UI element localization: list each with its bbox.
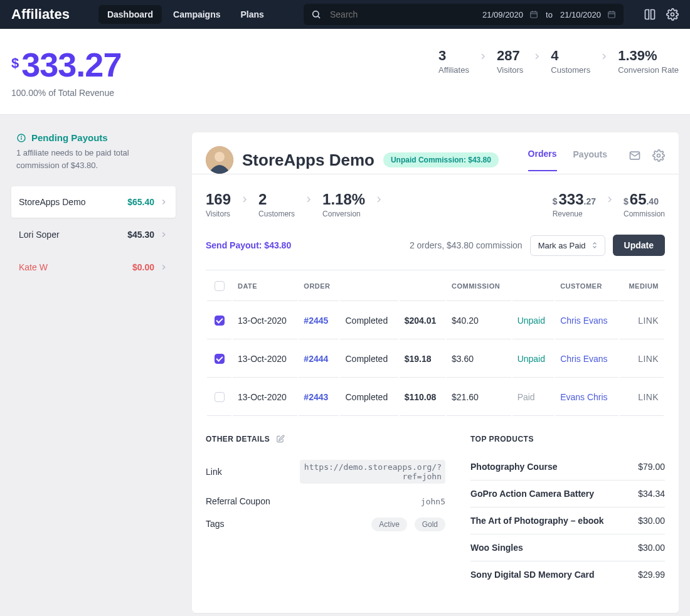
- select-all-checkbox[interactable]: [215, 281, 225, 291]
- tab-orders[interactable]: Orders: [528, 149, 557, 171]
- svg-line-1: [318, 16, 320, 18]
- stat-visitors-value: 287: [497, 48, 523, 64]
- table-row: 13-Oct-2020#2445Completed$204.01$40.20Un…: [207, 302, 664, 339]
- table-row: 13-Oct-2020#2444Completed$19.18$3.60Unpa…: [207, 341, 664, 378]
- payment-status: Paid: [518, 392, 535, 402]
- col-medium: MEDIUM: [620, 272, 664, 301]
- update-button[interactable]: Update: [613, 235, 665, 256]
- topbar: Affiliates Dashboard Campaigns Plans 21/…: [0, 0, 690, 29]
- chevron-updown-icon: [591, 241, 598, 250]
- order-link[interactable]: #2443: [304, 392, 328, 402]
- product-name: The Art of Photography – ebook: [470, 516, 604, 526]
- detail-link-value[interactable]: https://demo.storeapps.org/?ref=john: [300, 460, 445, 484]
- search-bar: 21/09/2020 to 21/10/2020: [304, 4, 624, 25]
- product-name: GoPro Action Camera Battery: [470, 489, 594, 499]
- edit-icon[interactable]: [276, 435, 285, 443]
- chevron-right-icon: [605, 194, 615, 218]
- svg-rect-6: [608, 12, 615, 18]
- affiliate-item[interactable]: Lori Soper $45.30: [11, 219, 176, 250]
- affiliate-amount: $0.00: [132, 262, 154, 272]
- affiliate-amount: $45.30: [127, 230, 154, 240]
- stat-customers-label: Customers: [551, 65, 590, 75]
- stat-affiliates-label: Affiliates: [438, 65, 469, 75]
- aff-revenue-label: Revenue: [553, 210, 596, 218]
- sidebar: Pending Payouts 1 affiliate needs to be …: [11, 132, 176, 283]
- col-commission: COMMISSION: [447, 272, 511, 301]
- product-name: Sony Digital SD Memory Card: [470, 570, 595, 580]
- customer-link[interactable]: Chris Evans: [560, 354, 607, 364]
- order-medium: LINK: [620, 302, 664, 339]
- row-checkbox[interactable]: [215, 316, 225, 326]
- order-medium: LINK: [620, 379, 664, 416]
- order-link[interactable]: #2445: [304, 316, 328, 326]
- svg-point-10: [671, 13, 674, 16]
- product-price: $79.00: [638, 462, 665, 472]
- product-row: Woo Singles$30.00: [470, 534, 665, 561]
- aff-revenue-value: $333.27: [553, 191, 596, 208]
- gear-icon[interactable]: [652, 149, 665, 162]
- order-link[interactable]: #2444: [304, 354, 328, 364]
- table-row: 13-Oct-2020#2443Completed$110.08$21.60Pa…: [207, 379, 664, 416]
- order-medium: LINK: [620, 341, 664, 378]
- row-checkbox[interactable]: [215, 392, 225, 402]
- mail-icon[interactable]: [629, 149, 641, 162]
- affiliate-name: Kate W: [19, 262, 132, 272]
- affiliate-card: StoreApps Demo Unpaid Commission: $43.80…: [192, 132, 679, 613]
- orders-table: DATE ORDER COMMISSION CUSTOMER MEDIUM 13…: [206, 270, 665, 417]
- nav-tab-dashboard[interactable]: Dashboard: [98, 5, 162, 24]
- customer-link[interactable]: Chris Evans: [560, 316, 607, 326]
- tab-payouts[interactable]: Payouts: [573, 149, 607, 171]
- summary-strip: $ 333.27 100.00% of Total Revenue 3Affil…: [0, 29, 690, 115]
- stat-customers-value: 4: [551, 48, 590, 64]
- order-status: Completed: [340, 379, 398, 416]
- brand-logo: Affiliates: [11, 6, 70, 23]
- affiliate-title: StoreApps Demo: [242, 151, 374, 170]
- payment-status: Unpaid: [518, 354, 545, 364]
- col-date: DATE: [233, 272, 297, 301]
- chevron-right-icon: [599, 51, 609, 61]
- nav-tabs: Dashboard Campaigns Plans: [98, 5, 273, 24]
- total-revenue: $ 333.27: [11, 48, 438, 82]
- date-from[interactable]: 21/09/2020: [482, 10, 538, 19]
- detail-coupon-label: Referral Coupon: [206, 496, 300, 506]
- chevron-right-icon: [240, 194, 250, 204]
- aff-customers-value: 2: [258, 191, 295, 208]
- revenue-value: 333.27: [21, 48, 121, 82]
- aff-customers-label: Customers: [258, 210, 295, 218]
- send-payout-link[interactable]: Send Payout: $43.80: [206, 240, 291, 250]
- mark-as-select[interactable]: Mark as Paid: [530, 235, 605, 256]
- chevron-right-icon: [532, 51, 542, 61]
- revenue-subtext: 100.00% of Total Revenue: [11, 88, 438, 98]
- search-icon[interactable]: [311, 9, 321, 19]
- tag-pill: Active: [371, 518, 407, 531]
- order-commission: $3.60: [447, 341, 511, 378]
- unpaid-commission-badge: Unpaid Commission: $43.80: [383, 152, 499, 167]
- nav-tab-campaigns[interactable]: Campaigns: [164, 5, 229, 24]
- product-row: GoPro Action Camera Battery$34.34: [470, 481, 665, 507]
- aff-conversion-value: 1.18%: [322, 191, 365, 208]
- affiliate-item[interactable]: StoreApps Demo $65.40: [11, 186, 176, 218]
- stat-visitors-label: Visitors: [497, 65, 523, 75]
- affiliate-item[interactable]: Kate W $0.00: [11, 252, 176, 283]
- search-input[interactable]: [329, 9, 475, 20]
- calendar-icon: [529, 10, 538, 19]
- col-customer: CUSTOMER: [555, 272, 618, 301]
- selection-info: 2 orders, $43.80 commission: [410, 240, 523, 250]
- nav-tab-plans[interactable]: Plans: [232, 5, 273, 24]
- svg-point-15: [215, 152, 225, 162]
- svg-point-0: [313, 11, 319, 17]
- date-to[interactable]: 21/10/2020: [560, 10, 616, 19]
- affiliate-amount: $65.40: [127, 197, 154, 207]
- settings-icon[interactable]: [666, 8, 679, 21]
- calendar-icon: [607, 10, 616, 19]
- col-order: ORDER: [299, 272, 339, 301]
- other-details-title: OTHER DETAILS: [206, 435, 445, 443]
- chevron-right-icon: [159, 230, 168, 239]
- aff-visitors-label: Visitors: [206, 210, 231, 218]
- docs-icon[interactable]: [644, 8, 656, 21]
- customer-link[interactable]: Evans Chris: [560, 392, 607, 402]
- product-price: $29.99: [638, 570, 665, 580]
- info-icon: [16, 133, 26, 143]
- row-checkbox[interactable]: [215, 354, 225, 364]
- affiliate-name: Lori Soper: [19, 230, 127, 240]
